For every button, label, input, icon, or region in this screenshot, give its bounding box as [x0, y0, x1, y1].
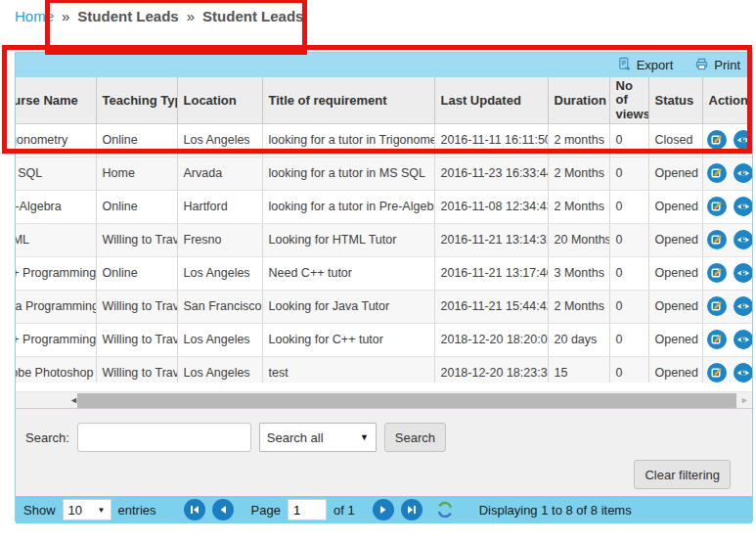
breadcrumb-separator: » — [62, 8, 69, 24]
student-leads-grid: Export Print — [15, 52, 753, 521]
page-label: Page — [251, 503, 281, 518]
cell-views: 0 — [609, 123, 648, 157]
cell-title: Looking for Java Tutor — [262, 290, 434, 323]
breadcrumb: Home » Student Leads » Student Leads — [15, 8, 303, 24]
cell-status: Opened — [648, 223, 702, 256]
cell-teaching-type: Willing to Travel — [96, 356, 177, 383]
student-leads-table: Course Name Teaching Type Location Title… — [16, 77, 752, 383]
edit-button[interactable] — [707, 296, 727, 316]
cell-status: Opened — [648, 157, 702, 190]
cell-last-updated: 2016-11-23 16:33:44 — [434, 157, 548, 190]
cell-views: 0 — [609, 256, 648, 290]
search-label: Search: — [25, 430, 69, 445]
table-row: Java Programming Willing to Travel San F… — [16, 290, 752, 323]
view-button[interactable] — [734, 163, 752, 183]
cell-duration: 20 days — [548, 323, 609, 356]
print-label: Print — [714, 58, 740, 72]
entries-per-page-value: 10 — [68, 503, 82, 518]
cell-course-name: Adobe Photoshop — [16, 356, 96, 383]
export-button[interactable]: Export — [617, 57, 674, 74]
edit-button[interactable] — [707, 163, 727, 183]
cell-last-updated: 2018-12-20 18:20:02 — [434, 323, 548, 356]
cell-last-updated: 2016-11-08 12:34:43 — [434, 190, 548, 223]
col-header-location[interactable]: Location — [177, 77, 262, 123]
clear-filtering-button[interactable]: Clear filtering — [634, 460, 731, 489]
cell-duration: 2 Months — [548, 190, 609, 223]
search-field-select[interactable]: Search all ▼ — [259, 423, 377, 452]
first-page-icon — [189, 504, 200, 516]
next-page-button[interactable] — [373, 499, 394, 520]
table-body: Trigonometry Online Los Angeles looking … — [16, 123, 752, 383]
cell-last-updated: 2016-11-11 16:11:50 — [434, 123, 548, 157]
cell-actions — [702, 190, 752, 223]
view-button[interactable] — [734, 296, 752, 316]
cell-views: 0 — [609, 190, 648, 223]
edit-button[interactable] — [707, 363, 727, 383]
last-page-button[interactable] — [401, 499, 422, 520]
chevron-down-icon: ▼ — [98, 506, 106, 515]
cell-title: looking for a tutor in Trigonometry — [262, 123, 434, 157]
cell-title: looking for a tutor in Pre-Algebra — [262, 190, 434, 223]
view-button[interactable] — [734, 230, 752, 249]
cell-actions — [702, 356, 752, 383]
edit-button[interactable] — [707, 330, 727, 349]
edit-button[interactable] — [707, 230, 727, 249]
student-leads-page: Home » Student Leads » Student Leads Exp… — [0, 0, 756, 541]
previous-page-button[interactable] — [212, 499, 234, 520]
table-scroll-viewport: Course Name Teaching Type Location Title… — [16, 77, 752, 383]
view-button[interactable] — [734, 263, 752, 283]
search-button[interactable]: Search — [384, 423, 446, 452]
entries-per-page-select[interactable]: 10 ▼ — [63, 499, 111, 520]
cell-status: Opened — [648, 290, 702, 323]
cell-location: San Francisco — [177, 290, 262, 323]
cell-location: Los Angeles — [177, 356, 262, 383]
cell-duration: 2 months — [548, 123, 609, 157]
view-button[interactable] — [734, 330, 752, 349]
page-number-input[interactable] — [288, 499, 327, 520]
edit-button[interactable] — [707, 263, 727, 283]
cell-actions — [702, 256, 752, 290]
refresh-icon[interactable] — [435, 500, 455, 519]
cell-last-updated: 2016-11-21 13:14:31 — [434, 223, 548, 256]
cell-teaching-type: Willing to Travel — [96, 223, 177, 256]
breadcrumb-item-student-leads[interactable]: Student Leads — [77, 8, 178, 24]
col-header-status[interactable]: Status — [648, 77, 702, 123]
grid-toolbar: Export Print — [16, 53, 752, 77]
col-header-views[interactable]: No of views — [609, 77, 648, 123]
breadcrumb-home-link[interactable]: Home — [15, 8, 54, 24]
cell-actions — [702, 223, 752, 256]
cell-views: 0 — [609, 356, 648, 383]
cell-location: Arvada — [177, 157, 262, 190]
view-button[interactable] — [734, 197, 752, 216]
edit-button[interactable] — [707, 130, 727, 150]
edit-button[interactable] — [707, 197, 727, 216]
cell-title: looking for a tutor in MS SQL — [262, 157, 434, 190]
search-input[interactable] — [77, 423, 251, 452]
col-header-course-name[interactable]: Course Name — [16, 77, 96, 123]
cell-course-name: HTML — [16, 223, 96, 256]
scrollbar-thumb[interactable] — [77, 393, 736, 408]
cell-duration: 3 Months — [548, 256, 609, 290]
scroll-right-arrow-icon[interactable]: ► — [740, 395, 749, 405]
col-header-actions[interactable]: Actions — [702, 77, 752, 123]
print-button[interactable]: Print — [694, 57, 740, 74]
table-row: Trigonometry Online Los Angeles looking … — [16, 123, 752, 157]
col-header-teaching-type[interactable]: Teaching Type — [96, 77, 177, 123]
last-page-icon — [406, 504, 418, 516]
cell-duration: 2 Months — [548, 157, 609, 190]
col-header-duration[interactable]: Duration — [548, 77, 609, 123]
cell-status: Opened — [648, 323, 702, 356]
col-header-last-updated[interactable]: Last Updated — [434, 77, 548, 123]
col-header-title[interactable]: Title of requirement — [262, 77, 434, 123]
entries-label: entries — [118, 503, 156, 518]
view-button[interactable] — [734, 363, 752, 383]
cell-course-name: C++ Programming — [16, 323, 96, 356]
breadcrumb-separator: » — [187, 8, 195, 24]
cell-actions — [702, 323, 752, 356]
view-button[interactable] — [734, 130, 752, 150]
breadcrumb-item-student-leads-2[interactable]: Student Leads — [202, 8, 303, 24]
cell-views: 0 — [609, 157, 648, 190]
cell-actions — [702, 123, 752, 157]
first-page-button[interactable] — [184, 499, 205, 520]
show-label: Show — [23, 503, 56, 518]
